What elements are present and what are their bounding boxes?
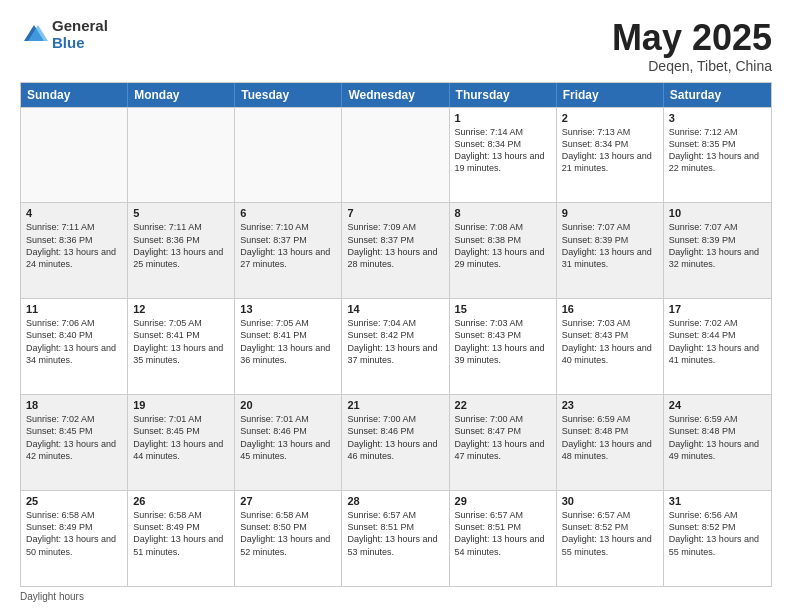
calendar-cell: 27Sunrise: 6:58 AM Sunset: 8:50 PM Dayli…	[235, 491, 342, 586]
day-info: Sunrise: 7:14 AM Sunset: 8:34 PM Dayligh…	[455, 126, 551, 175]
day-info: Sunrise: 6:57 AM Sunset: 8:51 PM Dayligh…	[347, 509, 443, 558]
day-info: Sunrise: 7:06 AM Sunset: 8:40 PM Dayligh…	[26, 317, 122, 366]
calendar-cell: 22Sunrise: 7:00 AM Sunset: 8:47 PM Dayli…	[450, 395, 557, 490]
day-info: Sunrise: 6:58 AM Sunset: 8:49 PM Dayligh…	[133, 509, 229, 558]
calendar-cell: 26Sunrise: 6:58 AM Sunset: 8:49 PM Dayli…	[128, 491, 235, 586]
day-number: 15	[455, 303, 551, 315]
day-number: 21	[347, 399, 443, 411]
calendar-header-cell: Saturday	[664, 83, 771, 107]
day-info: Sunrise: 6:58 AM Sunset: 8:50 PM Dayligh…	[240, 509, 336, 558]
day-number: 8	[455, 207, 551, 219]
day-info: Sunrise: 7:10 AM Sunset: 8:37 PM Dayligh…	[240, 221, 336, 270]
calendar-cell: 5Sunrise: 7:11 AM Sunset: 8:36 PM Daylig…	[128, 203, 235, 298]
day-number: 20	[240, 399, 336, 411]
day-info: Sunrise: 7:05 AM Sunset: 8:41 PM Dayligh…	[240, 317, 336, 366]
day-number: 13	[240, 303, 336, 315]
footer-note: Daylight hours	[20, 591, 772, 602]
calendar-row: 4Sunrise: 7:11 AM Sunset: 8:36 PM Daylig…	[21, 202, 771, 298]
title-month: May 2025	[612, 18, 772, 58]
calendar-row: 25Sunrise: 6:58 AM Sunset: 8:49 PM Dayli…	[21, 490, 771, 586]
calendar-cell: 18Sunrise: 7:02 AM Sunset: 8:45 PM Dayli…	[21, 395, 128, 490]
logo-icon	[20, 21, 48, 49]
day-info: Sunrise: 7:07 AM Sunset: 8:39 PM Dayligh…	[562, 221, 658, 270]
calendar-cell: 29Sunrise: 6:57 AM Sunset: 8:51 PM Dayli…	[450, 491, 557, 586]
calendar-cell: 10Sunrise: 7:07 AM Sunset: 8:39 PM Dayli…	[664, 203, 771, 298]
day-info: Sunrise: 7:11 AM Sunset: 8:36 PM Dayligh…	[133, 221, 229, 270]
day-number: 7	[347, 207, 443, 219]
day-info: Sunrise: 7:02 AM Sunset: 8:44 PM Dayligh…	[669, 317, 766, 366]
day-number: 29	[455, 495, 551, 507]
day-info: Sunrise: 7:09 AM Sunset: 8:37 PM Dayligh…	[347, 221, 443, 270]
title-location: Deqen, Tibet, China	[612, 58, 772, 74]
calendar-cell: 24Sunrise: 6:59 AM Sunset: 8:48 PM Dayli…	[664, 395, 771, 490]
calendar-cell: 6Sunrise: 7:10 AM Sunset: 8:37 PM Daylig…	[235, 203, 342, 298]
day-number: 11	[26, 303, 122, 315]
day-info: Sunrise: 7:01 AM Sunset: 8:45 PM Dayligh…	[133, 413, 229, 462]
day-number: 25	[26, 495, 122, 507]
calendar-header-cell: Thursday	[450, 83, 557, 107]
calendar-header-cell: Wednesday	[342, 83, 449, 107]
day-info: Sunrise: 7:02 AM Sunset: 8:45 PM Dayligh…	[26, 413, 122, 462]
calendar-cell	[21, 108, 128, 203]
day-info: Sunrise: 6:57 AM Sunset: 8:52 PM Dayligh…	[562, 509, 658, 558]
day-number: 23	[562, 399, 658, 411]
day-info: Sunrise: 7:03 AM Sunset: 8:43 PM Dayligh…	[455, 317, 551, 366]
day-info: Sunrise: 6:58 AM Sunset: 8:49 PM Dayligh…	[26, 509, 122, 558]
day-info: Sunrise: 7:05 AM Sunset: 8:41 PM Dayligh…	[133, 317, 229, 366]
calendar-cell: 21Sunrise: 7:00 AM Sunset: 8:46 PM Dayli…	[342, 395, 449, 490]
calendar-cell: 9Sunrise: 7:07 AM Sunset: 8:39 PM Daylig…	[557, 203, 664, 298]
calendar-cell: 3Sunrise: 7:12 AM Sunset: 8:35 PM Daylig…	[664, 108, 771, 203]
day-info: Sunrise: 7:00 AM Sunset: 8:46 PM Dayligh…	[347, 413, 443, 462]
calendar-header-cell: Tuesday	[235, 83, 342, 107]
day-number: 17	[669, 303, 766, 315]
day-number: 16	[562, 303, 658, 315]
day-number: 4	[26, 207, 122, 219]
calendar: SundayMondayTuesdayWednesdayThursdayFrid…	[20, 82, 772, 587]
calendar-header-cell: Sunday	[21, 83, 128, 107]
calendar-row: 11Sunrise: 7:06 AM Sunset: 8:40 PM Dayli…	[21, 298, 771, 394]
calendar-cell: 19Sunrise: 7:01 AM Sunset: 8:45 PM Dayli…	[128, 395, 235, 490]
day-number: 31	[669, 495, 766, 507]
day-info: Sunrise: 7:07 AM Sunset: 8:39 PM Dayligh…	[669, 221, 766, 270]
calendar-cell	[128, 108, 235, 203]
calendar-cell: 23Sunrise: 6:59 AM Sunset: 8:48 PM Dayli…	[557, 395, 664, 490]
day-info: Sunrise: 7:13 AM Sunset: 8:34 PM Dayligh…	[562, 126, 658, 175]
day-number: 10	[669, 207, 766, 219]
page-header: General Blue May 2025 Deqen, Tibet, Chin…	[20, 18, 772, 74]
title-block: May 2025 Deqen, Tibet, China	[612, 18, 772, 74]
logo-general-text: General	[52, 18, 108, 35]
calendar-cell: 31Sunrise: 6:56 AM Sunset: 8:52 PM Dayli…	[664, 491, 771, 586]
day-number: 22	[455, 399, 551, 411]
day-number: 5	[133, 207, 229, 219]
day-info: Sunrise: 7:12 AM Sunset: 8:35 PM Dayligh…	[669, 126, 766, 175]
day-number: 1	[455, 112, 551, 124]
calendar-row: 18Sunrise: 7:02 AM Sunset: 8:45 PM Dayli…	[21, 394, 771, 490]
day-number: 18	[26, 399, 122, 411]
day-number: 6	[240, 207, 336, 219]
day-info: Sunrise: 7:08 AM Sunset: 8:38 PM Dayligh…	[455, 221, 551, 270]
day-number: 30	[562, 495, 658, 507]
calendar-cell: 14Sunrise: 7:04 AM Sunset: 8:42 PM Dayli…	[342, 299, 449, 394]
calendar-header: SundayMondayTuesdayWednesdayThursdayFrid…	[21, 83, 771, 107]
calendar-cell	[235, 108, 342, 203]
day-info: Sunrise: 6:59 AM Sunset: 8:48 PM Dayligh…	[669, 413, 766, 462]
day-info: Sunrise: 7:11 AM Sunset: 8:36 PM Dayligh…	[26, 221, 122, 270]
day-info: Sunrise: 7:01 AM Sunset: 8:46 PM Dayligh…	[240, 413, 336, 462]
day-number: 14	[347, 303, 443, 315]
calendar-cell: 25Sunrise: 6:58 AM Sunset: 8:49 PM Dayli…	[21, 491, 128, 586]
calendar-cell: 20Sunrise: 7:01 AM Sunset: 8:46 PM Dayli…	[235, 395, 342, 490]
day-number: 28	[347, 495, 443, 507]
calendar-cell: 15Sunrise: 7:03 AM Sunset: 8:43 PM Dayli…	[450, 299, 557, 394]
day-info: Sunrise: 7:04 AM Sunset: 8:42 PM Dayligh…	[347, 317, 443, 366]
calendar-cell: 1Sunrise: 7:14 AM Sunset: 8:34 PM Daylig…	[450, 108, 557, 203]
calendar-cell: 4Sunrise: 7:11 AM Sunset: 8:36 PM Daylig…	[21, 203, 128, 298]
day-number: 27	[240, 495, 336, 507]
day-info: Sunrise: 6:57 AM Sunset: 8:51 PM Dayligh…	[455, 509, 551, 558]
day-info: Sunrise: 6:56 AM Sunset: 8:52 PM Dayligh…	[669, 509, 766, 558]
calendar-cell: 16Sunrise: 7:03 AM Sunset: 8:43 PM Dayli…	[557, 299, 664, 394]
calendar-cell	[342, 108, 449, 203]
day-info: Sunrise: 7:03 AM Sunset: 8:43 PM Dayligh…	[562, 317, 658, 366]
calendar-cell: 12Sunrise: 7:05 AM Sunset: 8:41 PM Dayli…	[128, 299, 235, 394]
calendar-cell: 28Sunrise: 6:57 AM Sunset: 8:51 PM Dayli…	[342, 491, 449, 586]
calendar-cell: 17Sunrise: 7:02 AM Sunset: 8:44 PM Dayli…	[664, 299, 771, 394]
